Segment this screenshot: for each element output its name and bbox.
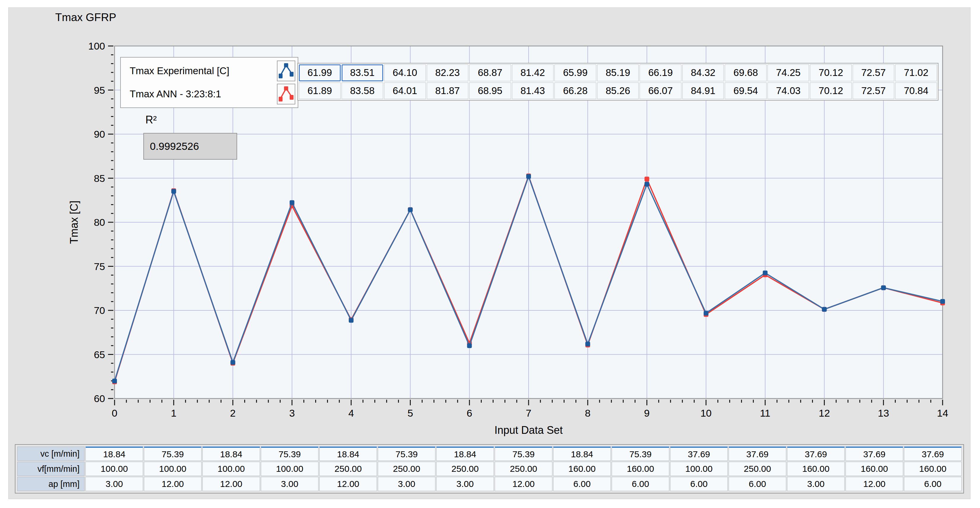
svg-text:2: 2 — [230, 407, 235, 419]
ann-value-cell[interactable]: 66.07 — [640, 83, 681, 99]
svg-text:5: 5 — [407, 407, 413, 419]
experimental-value-cell[interactable]: 70.12 — [810, 64, 852, 81]
chart-title: Tmax GFRP — [55, 11, 116, 24]
parameter-value-cell[interactable]: 160.00 — [787, 462, 845, 476]
experimental-value-cell[interactable]: 84.32 — [682, 64, 724, 81]
ann-value-cell[interactable]: 69.54 — [725, 83, 767, 99]
parameter-value-cell[interactable]: 3.00 — [378, 477, 435, 491]
y-tick-labels: 6065707580859095100 — [88, 40, 105, 404]
parameter-value-cell[interactable]: 160.00 — [904, 462, 962, 476]
parameter-value-cell[interactable]: 6.00 — [729, 477, 786, 491]
parameter-value-cell[interactable]: 18.84 — [436, 446, 494, 461]
experimental-value-cell[interactable]: 74.25 — [767, 64, 809, 81]
parameter-value-cell[interactable]: 6.00 — [553, 477, 611, 491]
plot-style-icon[interactable] — [277, 84, 295, 105]
data-point-marker — [526, 174, 531, 179]
parameter-value-cell[interactable]: 37.69 — [670, 446, 728, 461]
parameter-value-cell[interactable]: 100.00 — [261, 462, 318, 476]
parameter-value-cell[interactable]: 12.00 — [495, 477, 552, 491]
parameter-value-cell[interactable]: 160.00 — [612, 462, 669, 476]
parameter-value-cell[interactable]: 3.00 — [436, 477, 494, 491]
ann-value-cell[interactable]: 64.01 — [384, 83, 426, 99]
parameter-value-cell[interactable]: 250.00 — [319, 462, 377, 476]
parameter-value-cell[interactable]: 6.00 — [904, 477, 962, 491]
experimental-value-cell[interactable]: 65.99 — [554, 64, 596, 81]
parameter-value-cell[interactable]: 37.69 — [729, 446, 786, 461]
data-point-marker — [112, 379, 117, 383]
parameter-value-cell[interactable]: 250.00 — [378, 462, 435, 476]
ann-value-cell[interactable]: 81.87 — [427, 83, 469, 99]
svg-text:1: 1 — [171, 407, 177, 419]
parameter-value-cell[interactable]: 37.69 — [787, 446, 845, 461]
ann-value-cell[interactable]: 70.12 — [810, 83, 852, 99]
parameter-value-cell[interactable]: 18.84 — [319, 446, 377, 461]
svg-text:11: 11 — [760, 407, 770, 419]
parameter-value-cell[interactable]: 6.00 — [670, 477, 728, 491]
plot-style-icon[interactable] — [277, 60, 295, 81]
parameter-value-cell[interactable]: 12.00 — [202, 477, 260, 491]
parameter-value-cell[interactable]: 3.00 — [787, 477, 845, 491]
ann-value-cell[interactable]: 85.26 — [597, 83, 639, 99]
experimental-value-cell[interactable]: 69.68 — [725, 64, 767, 81]
parameter-value-cell[interactable]: 75.39 — [378, 446, 435, 461]
parameter-value-cell[interactable]: 12.00 — [846, 477, 903, 491]
experimental-value-cell[interactable]: 72.57 — [853, 64, 894, 81]
x-axis-title: Input Data Set — [495, 424, 563, 436]
legend-item-experimental[interactable]: Tmax Experimental [C] — [123, 60, 295, 82]
parameter-value-cell[interactable]: 250.00 — [495, 462, 552, 476]
ann-value-cell[interactable]: 61.89 — [299, 83, 341, 99]
ann-value-cell[interactable]: 72.57 — [853, 83, 894, 99]
experimental-value-cell[interactable]: 64.10 — [384, 64, 426, 81]
parameter-value-cell[interactable]: 37.69 — [904, 446, 962, 461]
parameter-value-cell[interactable]: 12.00 — [319, 477, 377, 491]
parameter-value-cell[interactable]: 3.00 — [261, 477, 318, 491]
parameter-value-cell[interactable]: 18.84 — [202, 446, 260, 461]
svg-text:75: 75 — [94, 261, 105, 272]
experimental-value-cell[interactable]: 82.23 — [427, 64, 469, 81]
ann-value-cell[interactable]: 66.28 — [554, 83, 596, 99]
ann-value-cell[interactable]: 74.03 — [767, 83, 809, 99]
y-axis-title: Tmax [C] — [68, 201, 80, 244]
parameter-value-cell[interactable]: 160.00 — [846, 462, 903, 476]
line-style-glyph — [278, 85, 294, 103]
parameter-value-cell[interactable]: 100.00 — [202, 462, 260, 476]
parameter-value-cell[interactable]: 37.69 — [846, 446, 903, 461]
parameter-value-cell[interactable]: 6.00 — [612, 477, 669, 491]
series-value-array: 61.9983.5164.1082.2368.8781.4265.9985.19… — [298, 63, 939, 101]
experimental-value-cell[interactable]: 85.19 — [597, 64, 639, 81]
parameter-value-cell[interactable]: 100.00 — [86, 462, 143, 476]
svg-text:14: 14 — [937, 407, 948, 419]
data-point-marker — [644, 176, 649, 181]
data-point-marker — [940, 299, 945, 304]
parameter-value-cell[interactable]: 160.00 — [553, 462, 611, 476]
ann-value-cell[interactable]: 70.84 — [895, 83, 937, 99]
data-point-marker — [349, 318, 353, 323]
parameter-value-cell[interactable]: 250.00 — [436, 462, 494, 476]
ann-value-cell[interactable]: 68.95 — [469, 83, 511, 99]
experimental-value-cell[interactable]: 83.51 — [342, 64, 383, 81]
ann-value-cell[interactable]: 81.43 — [512, 83, 554, 99]
svg-text:13: 13 — [878, 407, 889, 419]
parameter-value-cell[interactable]: 75.39 — [144, 446, 202, 461]
parameter-value-cell[interactable]: 18.84 — [553, 446, 611, 461]
parameter-value-cell[interactable]: 75.39 — [261, 446, 318, 461]
experimental-value-cell[interactable]: 66.19 — [640, 64, 681, 81]
experimental-value-cell[interactable]: 61.99 — [299, 64, 341, 81]
x-tick-labels: 01234567891011121314 — [112, 407, 948, 419]
experimental-value-cell[interactable]: 68.87 — [469, 64, 511, 81]
ann-value-cell[interactable]: 83.58 — [342, 83, 383, 99]
experimental-value-cell[interactable]: 81.42 — [512, 64, 554, 81]
parameter-value-cell[interactable]: 75.39 — [612, 446, 669, 461]
parameter-value-cell[interactable]: 250.00 — [729, 462, 786, 476]
parameter-value-cell[interactable]: 100.00 — [144, 462, 202, 476]
parameter-value-cell[interactable]: 3.00 — [86, 477, 143, 491]
parameter-value-cell[interactable]: 12.00 — [144, 477, 202, 491]
parameter-value-cell[interactable]: 75.39 — [495, 446, 552, 461]
parameter-value-cell[interactable]: 18.84 — [86, 446, 143, 461]
ann-value-cell[interactable]: 84.91 — [682, 83, 724, 99]
data-point-marker — [290, 200, 294, 205]
svg-text:70: 70 — [94, 305, 105, 316]
parameter-value-cell[interactable]: 100.00 — [670, 462, 728, 476]
legend-item-ann[interactable]: Tmax ANN - 3:23:8:1 — [123, 83, 295, 105]
experimental-value-cell[interactable]: 71.02 — [895, 64, 937, 81]
